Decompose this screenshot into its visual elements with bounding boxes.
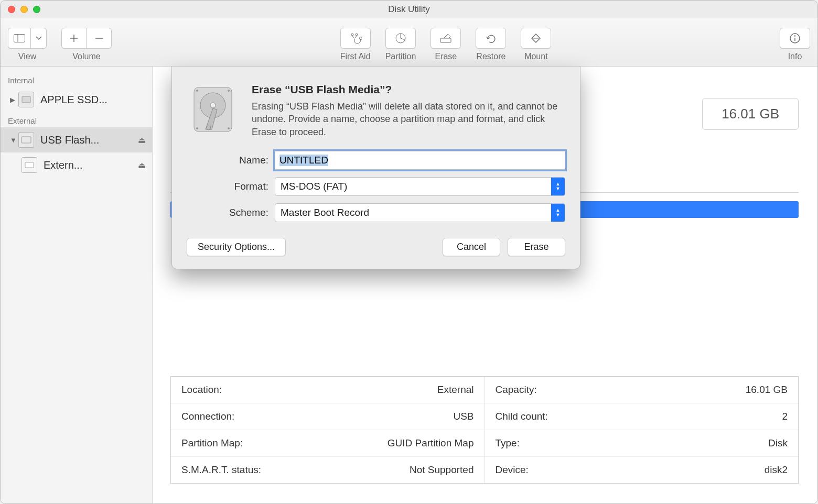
plus-icon — [70, 34, 78, 42]
scheme-value: Master Boot Record — [275, 207, 551, 218]
external-disk-icon — [18, 132, 34, 148]
pie-icon — [395, 32, 406, 44]
erase-confirm-button[interactable]: Erase — [508, 238, 565, 256]
svg-point-21 — [210, 103, 216, 108]
capacity-badge: 16.01 GB — [702, 98, 799, 130]
svg-point-26 — [228, 127, 230, 129]
detail-row-type: Type:Disk — [485, 430, 799, 457]
svg-point-23 — [196, 90, 198, 92]
restore-label: Restore — [476, 52, 505, 61]
sidebar-item-label: APPLE SSD... — [40, 94, 107, 106]
mount-button[interactable] — [521, 28, 551, 49]
svg-line-10 — [401, 38, 405, 40]
format-value: MS-DOS (FAT) — [275, 181, 551, 192]
sidebar-icon — [14, 34, 25, 42]
eject-icon[interactable]: ⏏ — [138, 135, 146, 145]
view-label: View — [18, 52, 36, 61]
partition-button[interactable] — [385, 28, 416, 49]
first-aid-label: First Aid — [340, 52, 371, 61]
sidebar-item-apple-ssd[interactable]: ▶ APPLE SSD... — [1, 87, 152, 112]
erase-label: Erase — [435, 52, 457, 61]
info-button[interactable] — [780, 28, 810, 49]
detail-row-child-count: Child count:2 — [485, 403, 799, 430]
svg-point-24 — [228, 90, 230, 92]
minus-icon — [95, 34, 103, 42]
name-label: Name: — [187, 155, 275, 166]
chevron-down-icon — [36, 36, 42, 40]
format-select[interactable]: MS-DOS (FAT) ▲▼ — [275, 177, 565, 196]
scheme-select[interactable]: Master Boot Record ▲▼ — [275, 203, 565, 222]
restore-button[interactable] — [476, 28, 506, 49]
undo-icon — [485, 32, 497, 44]
updown-arrows-icon: ▲▼ — [551, 178, 565, 195]
volume-icon — [21, 157, 37, 173]
volume-label: Volume — [72, 52, 100, 61]
disclosure-triangle-icon[interactable]: ▶ — [10, 96, 17, 104]
svg-point-6 — [356, 34, 358, 36]
mount-icon — [530, 32, 542, 44]
eject-icon[interactable]: ⏏ — [138, 160, 146, 170]
window-title: Disk Utility — [1, 4, 817, 15]
svg-point-22 — [207, 126, 211, 130]
disk-utility-window: Disk Utility View Vol — [0, 0, 818, 504]
detail-row-smart: S.M.A.R.T. status:Not Supported — [171, 457, 485, 483]
updown-arrows-icon: ▲▼ — [551, 204, 565, 222]
sheet-description: Erasing “USB Flash Media” will delete al… — [252, 100, 565, 138]
info-label: Info — [788, 52, 802, 61]
format-label: Format: — [187, 181, 275, 192]
internal-disk-icon — [18, 92, 34, 107]
svg-rect-16 — [22, 96, 30, 103]
detail-row-partition-map: Partition Map:GUID Partition Map — [171, 430, 485, 457]
view-options-button[interactable] — [31, 28, 47, 49]
sidebar-section-internal: Internal — [1, 72, 152, 87]
disclosure-triangle-icon[interactable]: ▼ — [10, 136, 17, 144]
svg-rect-18 — [25, 162, 34, 168]
svg-point-25 — [196, 127, 198, 129]
partition-label: Partition — [385, 52, 416, 61]
remove-volume-button[interactable] — [87, 28, 112, 49]
sidebar-item-label: Extern... — [44, 159, 82, 171]
erase-button[interactable] — [430, 28, 461, 49]
hard-drive-icon — [187, 83, 239, 136]
stethoscope-icon — [349, 32, 362, 44]
svg-point-14 — [794, 35, 795, 36]
mount-label: Mount — [524, 52, 547, 61]
erase-icon — [439, 33, 452, 43]
sidebar: Internal ▶ APPLE SSD... External ▼ USB F… — [1, 67, 153, 504]
sidebar-item-usb-flash[interactable]: ▼ USB Flash... ⏏ — [1, 127, 152, 152]
info-icon — [789, 32, 801, 44]
scheme-label: Scheme: — [187, 207, 275, 218]
detail-row-device: Device:disk2 — [485, 457, 799, 483]
name-input[interactable] — [275, 151, 565, 170]
sidebar-item-label: USB Flash... — [40, 134, 99, 146]
sheet-title: Erase “USB Flash Media”? — [252, 83, 565, 96]
svg-rect-0 — [14, 34, 25, 42]
details-table: Location:External Connection:USB Partiti… — [170, 376, 799, 484]
erase-sheet: Erase “USB Flash Media”? Erasing “USB Fl… — [171, 67, 580, 269]
security-options-button[interactable]: Security Options... — [187, 238, 286, 256]
sidebar-item-external-volume[interactable]: Extern... ⏏ — [1, 152, 152, 178]
svg-point-5 — [351, 34, 353, 36]
svg-rect-17 — [21, 137, 31, 143]
cancel-button[interactable]: Cancel — [443, 238, 500, 256]
view-sidebar-button[interactable] — [8, 28, 31, 49]
titlebar: Disk Utility — [1, 1, 817, 18]
toolbar: View Volume First Aid Par — [1, 18, 817, 67]
detail-row-capacity: Capacity:16.01 GB — [485, 377, 799, 403]
detail-row-location: Location:External — [171, 377, 485, 403]
sidebar-section-external: External — [1, 112, 152, 127]
add-volume-button[interactable] — [61, 28, 87, 49]
first-aid-button[interactable] — [340, 28, 371, 49]
detail-row-connection: Connection:USB — [171, 403, 485, 430]
svg-rect-11 — [440, 38, 451, 42]
